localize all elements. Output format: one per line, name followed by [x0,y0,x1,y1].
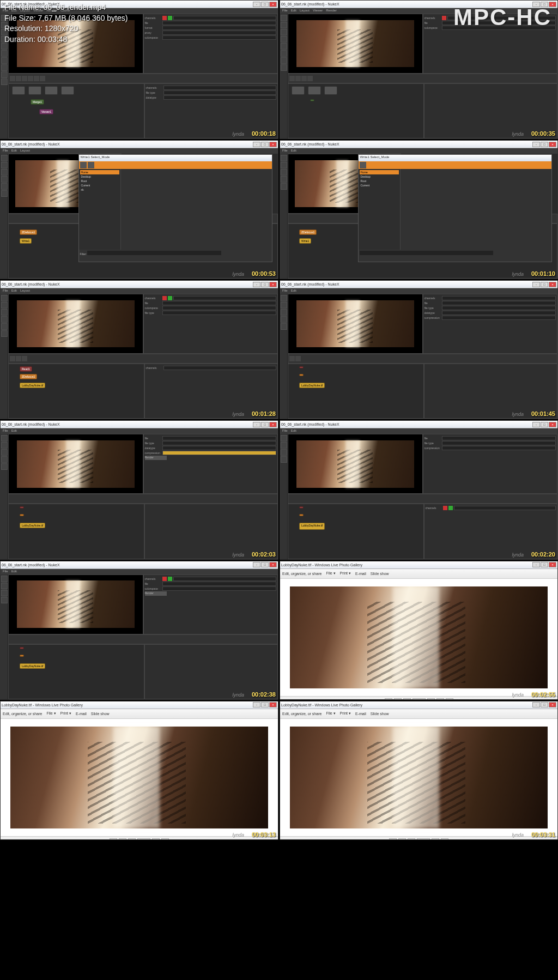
timeline[interactable] [8,74,278,83]
file-dialog-list[interactable] [121,169,271,249]
file-dialog[interactable]: Write1 Select_Mode Home Desktop Root Cur… [78,154,272,262]
maximize-icon[interactable]: □ [261,2,269,7]
thumbnail-5: 06_06_start.nk (modified) - NukeX-□× Fil… [0,280,278,419]
thumbnail-10: LobbyDayNuke.tif - Windows Live Photo Ga… [280,561,558,700]
file-dialog-toolbar[interactable] [79,161,272,169]
lynda-watermark: lynda [232,131,244,137]
properties-panel[interactable]: channels file format proxy colorspace [143,14,278,74]
file-info-overlay: File Name: 06_06-render.mp4 File Size: 7… [4,2,128,45]
thumbnail-8: 06_06_start.nk (modified) - NukeX-□× Fil… [280,420,558,559]
thumbnail-7: 06_06_start.nk (modified) - NukeX-□× Fil… [0,420,278,559]
render-button[interactable]: Render [145,456,167,460]
thumbnail-9: 06_06_start.nk (modified) - NukeX-□× Fil… [0,561,278,700]
minimize-icon[interactable]: - [253,2,260,7]
thumbnail-12: LobbyDayNuke.tif - Windows Live Photo Ga… [280,701,558,840]
photo-viewer-toolbar[interactable]: Edit, organize, or share File ▾ Print ▾ … [280,569,557,579]
app-watermark: MPC-HC [453,4,551,31]
thumbnail-3: 06_06_start.nk (modified) - NukeX-□× Fil… [0,140,278,279]
file-dialog-bookmarks[interactable]: Home Desktop Root Current nk [79,169,122,249]
node-graph[interactable]: Merge1 Viewer1 [8,83,144,138]
timestamp: 00:00:18 [252,130,276,137]
thumbnail-4: 06_06_start.nk (modified) - NukeX-□× Fil… [280,140,558,279]
close-icon[interactable]: × [269,2,277,7]
photo-viewer-titlebar: LobbyDayNuke.tif - Windows Live Photo Ga… [280,561,557,569]
photo-viewer-image [280,579,557,696]
thumbnail-11: LobbyDayNuke.tif - Windows Live Photo Ga… [0,701,278,840]
thumbnail-6: 06_06_start.nk (modified) - NukeX-□× Fil… [280,280,558,419]
thumbnail-grid: 06_06_start.nk (modified) - NukeX -□× Fi… [0,0,558,980]
